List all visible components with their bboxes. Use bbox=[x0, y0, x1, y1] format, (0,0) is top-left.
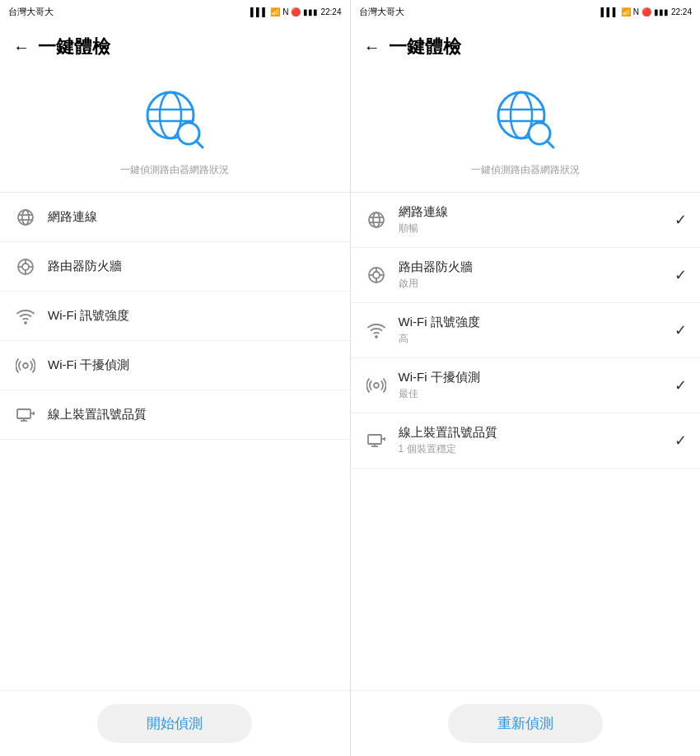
status-icons-left: ▌▌▌ 📶 N 🔴 ▮▮▮ 22:24 bbox=[250, 7, 342, 16]
right-wifi-strength-content: Wi-Fi 訊號強度 高 bbox=[399, 315, 675, 346]
right-wifi-strength-subtitle: 高 bbox=[399, 332, 675, 346]
status-bar-left: 台灣大哥大 ▌▌▌ 📶 N 🔴 ▮▮▮ 22:24 bbox=[0, 0, 351, 23]
right-wifi-interference-subtitle: 最佳 bbox=[399, 387, 675, 401]
right-device-quality-icon bbox=[364, 428, 389, 453]
time-left: 22:24 bbox=[320, 7, 341, 16]
bluetooth-icon: 🔴 bbox=[291, 7, 301, 16]
left-item-firewall: 路由器防火牆 bbox=[0, 242, 350, 292]
svg-point-17 bbox=[23, 363, 28, 368]
right-title: 一鍵體檢 bbox=[389, 35, 461, 59]
wifi-status-icon: 📶 bbox=[270, 7, 280, 16]
svg-point-16 bbox=[25, 322, 26, 324]
left-wifi-interference-title: Wi-Fi 干擾偵測 bbox=[48, 357, 337, 373]
left-screen: ← 一鍵體檢 一鍵偵測路由器網路狀況 bbox=[0, 23, 351, 756]
signal-icon: ▌▌▌ bbox=[250, 7, 268, 16]
svg-point-30 bbox=[373, 212, 380, 227]
left-wifi-strength-content: Wi-Fi 訊號強度 bbox=[48, 308, 337, 324]
right-item-device-quality: 線上裝置訊號品質 1 個裝置穩定 ✓ bbox=[351, 413, 701, 469]
left-item-wifi-interference: Wi-Fi 干擾偵測 bbox=[0, 341, 350, 390]
right-firewall-check: ✓ bbox=[674, 266, 687, 284]
right-wifi-strength-check: ✓ bbox=[674, 321, 687, 339]
nfc-icon: N bbox=[282, 7, 288, 16]
right-back-button[interactable]: ← bbox=[364, 38, 380, 57]
right-wifi-interference-content: Wi-Fi 干擾偵測 最佳 bbox=[399, 370, 675, 401]
right-wifi-interference-title: Wi-Fi 干擾偵測 bbox=[399, 370, 675, 385]
right-firewall-subtitle: 啟用 bbox=[399, 277, 675, 291]
battery-icon: ▮▮▮ bbox=[303, 7, 318, 16]
right-network-title: 網路連線 bbox=[399, 204, 675, 220]
left-device-quality-content: 線上裝置訊號品質 bbox=[48, 407, 337, 422]
right-header: ← 一鍵體檢 bbox=[351, 23, 701, 68]
left-item-network: 網路連線 bbox=[0, 193, 350, 242]
right-device-quality-content: 線上裝置訊號品質 1 個裝置穩定 bbox=[399, 425, 675, 456]
left-network-content: 網路連線 bbox=[48, 209, 337, 225]
nfc-icon-r: N bbox=[633, 7, 639, 16]
right-device-quality-check: ✓ bbox=[674, 432, 687, 450]
left-firewall-title: 路由器防火牆 bbox=[48, 259, 337, 274]
signal-icon-r: ▌▌▌ bbox=[600, 7, 618, 16]
right-wifi-interference-icon bbox=[364, 373, 389, 398]
left-header: ← 一鍵體檢 bbox=[0, 23, 350, 68]
left-wifi-interference-icon bbox=[13, 353, 38, 378]
right-restart-button[interactable]: 重新偵測 bbox=[448, 704, 603, 743]
right-network-subtitle: 順暢 bbox=[399, 222, 675, 236]
right-hero: 一鍵偵測路由器網路狀況 bbox=[351, 68, 701, 193]
screens: ← 一鍵體檢 一鍵偵測路由器網路狀況 bbox=[0, 23, 700, 756]
left-list: 網路連線 路由器防火牆 bbox=[0, 193, 350, 690]
right-item-network: 網路連線 順暢 ✓ bbox=[351, 193, 701, 248]
wifi-status-icon-r: 📶 bbox=[621, 7, 631, 16]
right-device-quality-title: 線上裝置訊號品質 bbox=[399, 425, 675, 441]
right-network-content: 網路連線 順暢 bbox=[399, 204, 675, 236]
left-item-device-quality: 線上裝置訊號品質 bbox=[0, 390, 350, 440]
right-item-wifi-strength: Wi-Fi 訊號強度 高 ✓ bbox=[351, 303, 701, 358]
svg-line-5 bbox=[196, 141, 203, 147]
status-bar: 台灣大哥大 ▌▌▌ 📶 N 🔴 ▮▮▮ 22:24 台灣大哥大 ▌▌▌ 📶 N … bbox=[0, 0, 700, 23]
left-device-quality-title: 線上裝置訊號品質 bbox=[48, 407, 337, 422]
left-bottom-bar: 開始偵測 bbox=[0, 690, 350, 756]
right-wifi-interference-check: ✓ bbox=[674, 376, 687, 394]
carrier-left: 台灣大哥大 bbox=[8, 6, 54, 18]
right-firewall-content: 路由器防火牆 啟用 bbox=[399, 259, 675, 291]
left-wifi-strength-icon bbox=[13, 304, 38, 329]
left-firewall-icon bbox=[13, 254, 38, 279]
left-wifi-interference-content: Wi-Fi 干擾偵測 bbox=[48, 357, 337, 373]
status-icons-right: ▌▌▌ 📶 N 🔴 ▮▮▮ 22:24 bbox=[600, 7, 692, 16]
svg-point-7 bbox=[22, 210, 29, 225]
bluetooth-icon-r: 🔴 bbox=[642, 7, 651, 16]
left-hero-text: 一鍵偵測路由器網路狀況 bbox=[120, 163, 229, 177]
left-device-quality-icon bbox=[13, 403, 38, 427]
svg-point-6 bbox=[18, 210, 33, 225]
left-network-title: 網路連線 bbox=[48, 209, 337, 225]
right-firewall-icon bbox=[364, 263, 389, 287]
svg-line-28 bbox=[547, 141, 553, 147]
left-title: 一鍵體檢 bbox=[38, 35, 110, 59]
battery-icon-r: ▮▮▮ bbox=[654, 7, 669, 16]
right-hero-text: 一鍵偵測路由器網路狀況 bbox=[471, 163, 580, 177]
left-globe-icon bbox=[13, 205, 38, 230]
carrier-right: 台灣大哥大 bbox=[359, 6, 404, 18]
left-wifi-strength-title: Wi-Fi 訊號強度 bbox=[48, 308, 337, 324]
svg-rect-41 bbox=[368, 435, 381, 444]
left-globe-search-icon bbox=[138, 82, 212, 156]
right-item-wifi-interference: Wi-Fi 干擾偵測 最佳 ✓ bbox=[351, 358, 701, 413]
time-right: 22:24 bbox=[671, 7, 692, 16]
svg-point-40 bbox=[374, 383, 379, 388]
right-screen: ← 一鍵體檢 一鍵偵測路由器網路狀況 bbox=[351, 23, 701, 756]
left-back-button[interactable]: ← bbox=[13, 38, 30, 57]
svg-point-11 bbox=[22, 264, 29, 270]
right-globe-search-icon bbox=[488, 82, 562, 156]
left-start-button[interactable]: 開始偵測 bbox=[97, 704, 252, 743]
right-bottom-bar: 重新偵測 bbox=[351, 690, 701, 756]
svg-point-39 bbox=[376, 336, 377, 338]
left-item-wifi-strength: Wi-Fi 訊號強度 bbox=[0, 292, 350, 341]
right-list: 網路連線 順暢 ✓ 路由器防 bbox=[351, 193, 701, 690]
right-firewall-title: 路由器防火牆 bbox=[399, 259, 675, 275]
right-wifi-strength-icon bbox=[364, 318, 389, 343]
svg-point-29 bbox=[369, 212, 384, 227]
right-device-quality-subtitle: 1 個裝置穩定 bbox=[399, 442, 675, 456]
svg-rect-18 bbox=[17, 409, 30, 418]
right-globe-icon bbox=[364, 208, 389, 232]
right-item-firewall: 路由器防火牆 啟用 ✓ bbox=[351, 248, 701, 303]
right-wifi-strength-title: Wi-Fi 訊號強度 bbox=[399, 315, 675, 330]
status-bar-right: 台灣大哥大 ▌▌▌ 📶 N 🔴 ▮▮▮ 22:24 bbox=[351, 0, 701, 23]
